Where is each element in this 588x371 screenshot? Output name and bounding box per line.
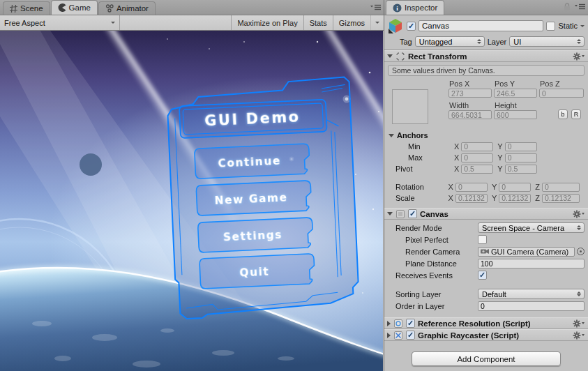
pos-z-field[interactable]: 0	[539, 89, 584, 98]
gear-icon[interactable]	[573, 319, 585, 328]
gear-icon[interactable]	[573, 52, 585, 61]
rotation-y-field[interactable]: 0	[499, 183, 531, 192]
scale-x-field[interactable]: 0.12132	[455, 194, 488, 203]
aspect-dropdown[interactable]: Free Aspect	[0, 15, 120, 30]
panel-menu-icon[interactable]	[575, 3, 585, 10]
scale-y-field[interactable]: 0.12132	[499, 194, 531, 203]
rotation-row: Rotation X0 Y0 Z0	[384, 181, 588, 192]
sorting-layer-dropdown[interactable]: Default	[478, 289, 585, 299]
scale-z-field[interactable]: 0.12132	[542, 194, 580, 203]
pixel-perfect-checkbox[interactable]	[478, 235, 487, 244]
rotation-x-field[interactable]: 0	[455, 183, 488, 192]
plane-distance-field[interactable]: 100	[478, 259, 585, 268]
static-dropdown-arrow[interactable]	[580, 25, 585, 27]
panel-menu-icon[interactable]	[370, 4, 381, 10]
component-title: Rect Transform	[408, 52, 467, 61]
game-view: GUI Demo Continue New Game Settings	[0, 31, 383, 371]
tag-dropdown[interactable]: Untagged	[415, 36, 485, 47]
static-label: Static	[558, 22, 578, 30]
tab-scene-label: Scene	[20, 4, 43, 13]
tab-animator-label: Animator	[116, 4, 149, 13]
component-enabled-checkbox[interactable]: ✓	[406, 319, 415, 328]
rotation-z-field[interactable]: 0	[542, 183, 580, 192]
tab-animator[interactable]: Animator	[98, 1, 156, 15]
width-field[interactable]: 664.5031	[448, 110, 492, 119]
plane-distance-row: Plane Distance 100	[384, 257, 588, 269]
pos-y-label: Pos Y	[495, 80, 515, 88]
anchor-max-x-field[interactable]: 0	[461, 153, 493, 162]
lock-icon[interactable]	[564, 3, 571, 10]
scale-row: Scale X0.12132 Y0.12132 Z0.12132	[384, 192, 588, 204]
foldout-open-icon[interactable]	[387, 54, 393, 58]
gui-menu: GUI Demo Continue New Game Settings	[167, 77, 360, 319]
rect-transform-header[interactable]: Rect Transform	[384, 50, 588, 62]
menu-button-new-game[interactable]: New Game	[196, 181, 312, 215]
pos-z-label: Pos Z	[540, 80, 560, 88]
canvas-component-header[interactable]: ✓ Canvas	[384, 208, 588, 220]
gizmos-dropdown-arrow[interactable]	[370, 15, 384, 30]
stats-button[interactable]: Stats	[303, 15, 333, 30]
gear-icon[interactable]	[573, 331, 585, 340]
height-label: Height	[495, 101, 517, 109]
raw-edit-mode-button[interactable]: R	[571, 109, 581, 119]
game-pacman-icon	[58, 3, 66, 12]
graphic-raycaster-header[interactable]: ✓ Graphic Raycaster (Script)	[384, 329, 588, 341]
tab-game-label: Game	[69, 3, 91, 12]
gameobject-cube-icon[interactable]	[387, 17, 404, 34]
anchor-preview-box[interactable]	[392, 89, 428, 124]
info-icon: i	[393, 3, 402, 13]
tab-game[interactable]: Game	[51, 0, 98, 15]
reference-resolution-header[interactable]: ✓ Reference Resolution (Script)	[384, 317, 588, 329]
order-in-layer-field[interactable]: 0	[478, 301, 585, 311]
inspector-tabbar: i Inspector	[384, 0, 588, 15]
popup-arrows-icon	[574, 292, 582, 296]
width-label: Width	[449, 101, 469, 109]
anchors-foldout[interactable]: Anchors	[384, 130, 588, 141]
sorting-layer-row: Sorting Layer Default	[384, 288, 588, 300]
pos-x-field[interactable]: 273	[448, 89, 492, 98]
scene-grid-icon	[10, 5, 17, 13]
pixel-perfect-row: Pixel Perfect	[384, 234, 588, 245]
aspect-dropdown-value: Free Aspect	[4, 19, 45, 27]
gameobject-name-field[interactable]: Canvas	[419, 20, 543, 31]
render-mode-row: Render Mode Screen Space - Camera	[384, 222, 588, 234]
tab-inspector[interactable]: i Inspector	[386, 0, 444, 15]
anchors-label: Anchors	[397, 131, 428, 139]
gameobject-header: ✓ Canvas Static Tag Untagged Layer UI	[384, 15, 588, 50]
rect-transform-icon	[395, 52, 405, 61]
active-checkbox[interactable]: ✓	[407, 22, 416, 31]
anchor-min-x-field[interactable]: 0	[461, 142, 493, 151]
component-title: Reference Resolution (Script)	[418, 319, 531, 328]
tab-scene[interactable]: Scene	[3, 1, 50, 15]
foldout-open-icon[interactable]	[387, 212, 393, 215]
foldout-closed-icon[interactable]	[387, 321, 391, 326]
render-mode-dropdown[interactable]: Screen Space - Camera	[478, 222, 585, 233]
menu-button-continue[interactable]: Continue	[195, 144, 310, 179]
anchor-min-y-field[interactable]: 0	[505, 142, 537, 151]
gizmos-button[interactable]: Gizmos	[333, 15, 370, 30]
blueprint-mode-button[interactable]: b	[558, 109, 568, 119]
anchors-min-row: Min X0 Y0	[384, 141, 588, 152]
gear-icon[interactable]	[573, 210, 585, 218]
layer-dropdown[interactable]: UI	[509, 36, 585, 47]
render-camera-row: Render Camera GUI Camera (Camera)	[384, 245, 588, 257]
component-enabled-checkbox[interactable]: ✓	[408, 209, 417, 218]
static-checkbox[interactable]	[546, 22, 555, 31]
pos-y-field[interactable]: 246.5	[494, 89, 537, 98]
menu-button-quit[interactable]: Quit	[199, 254, 315, 289]
receives-events-checkbox[interactable]: ✓	[478, 271, 487, 280]
maximize-on-play-button[interactable]: Maximize on Play	[231, 15, 303, 30]
pivot-x-field[interactable]: 0.5	[461, 165, 493, 174]
foldout-closed-icon[interactable]	[387, 333, 391, 338]
render-camera-object-field[interactable]: GUI Camera (Camera)	[478, 247, 575, 257]
height-field[interactable]: 600	[494, 110, 537, 119]
pivot-y-field[interactable]: 0.5	[505, 165, 537, 174]
chevron-down-icon	[111, 22, 115, 24]
component-enabled-checkbox[interactable]: ✓	[406, 331, 415, 340]
inspector-panel: i Inspector ✓ Canvas Static Tag Untag	[384, 0, 588, 371]
anchors-max-row: Max X0 Y0	[384, 152, 588, 163]
anchor-max-y-field[interactable]: 0	[505, 153, 537, 162]
menu-button-settings[interactable]: Settings	[198, 218, 314, 252]
object-picker-icon[interactable]	[577, 248, 585, 255]
add-component-button[interactable]: Add Component	[412, 351, 561, 366]
